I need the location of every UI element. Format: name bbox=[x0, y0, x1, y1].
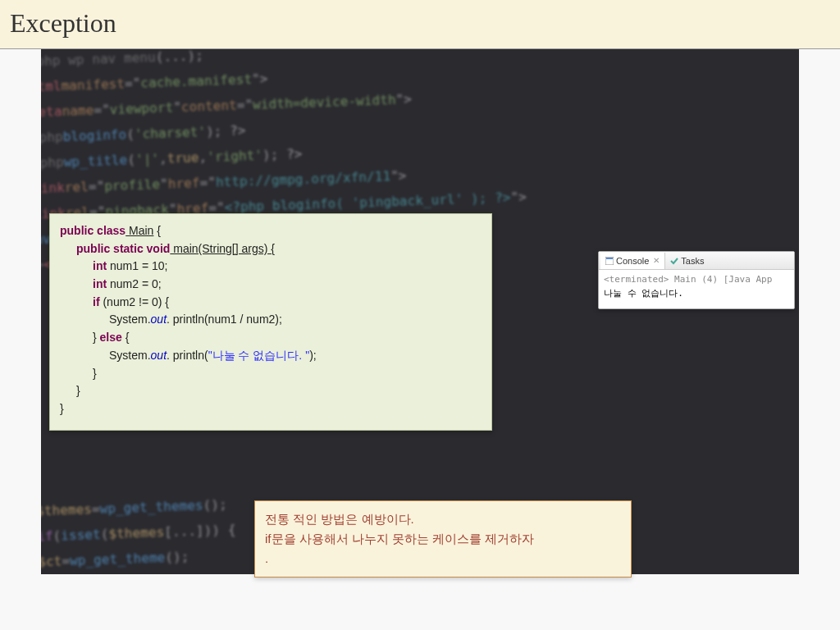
code-kw: int bbox=[93, 259, 107, 272]
tab-tasks[interactable]: Tasks bbox=[665, 253, 709, 269]
note-line: . bbox=[265, 549, 621, 568]
code-kw: int bbox=[93, 277, 107, 290]
code-text: num2 = 0; bbox=[107, 277, 162, 290]
console-icon bbox=[605, 257, 614, 265]
code-text: { bbox=[153, 224, 161, 237]
code-text: System. bbox=[109, 313, 151, 326]
java-code-box: public class Main { public static void m… bbox=[49, 213, 492, 431]
code-text: } bbox=[60, 365, 482, 383]
code-field: out bbox=[151, 349, 167, 362]
eclipse-console: Console ✕ Tasks <terminated> Main (4) [J… bbox=[598, 251, 795, 309]
console-output: 나눌 수 없습니다. bbox=[604, 285, 789, 299]
code-text: num1 = 10; bbox=[107, 259, 167, 272]
code-text: { bbox=[122, 331, 130, 344]
page-title: Exception bbox=[10, 8, 830, 39]
close-icon[interactable]: ✕ bbox=[653, 256, 660, 265]
code-text: } bbox=[60, 382, 482, 400]
console-tabbar: Console ✕ Tasks bbox=[599, 252, 794, 270]
code-kw: else bbox=[100, 331, 122, 344]
code-text: System. bbox=[109, 349, 151, 362]
code-text: } bbox=[60, 400, 482, 418]
code-string: "나눌 수 없습니다. " bbox=[208, 349, 310, 362]
code-text: (num2 != 0) { bbox=[100, 295, 169, 308]
code-sig: main(String[] args) { bbox=[170, 242, 275, 255]
code-text: . println(num1 / num2); bbox=[167, 313, 282, 326]
svg-rect-1 bbox=[606, 258, 613, 259]
code-kw: public class bbox=[60, 224, 126, 237]
tab-label: Tasks bbox=[681, 256, 704, 266]
code-kw: if bbox=[93, 295, 100, 308]
code-text: ); bbox=[309, 349, 317, 362]
code-kw: public static void bbox=[76, 242, 170, 255]
note-line: if문을 사용해서 나누지 못하는 케이스를 제거하자 bbox=[265, 529, 621, 549]
header: Exception bbox=[0, 0, 840, 49]
code-field: out bbox=[151, 313, 167, 326]
tab-console[interactable]: Console ✕ bbox=[600, 253, 665, 269]
console-body: <terminated> Main (4) [Java App 나눌 수 없습니… bbox=[599, 270, 794, 308]
code-classname: Main bbox=[126, 224, 153, 237]
tasks-icon bbox=[670, 257, 678, 265]
console-status: <terminated> Main (4) [Java App bbox=[604, 273, 789, 285]
code-text: . println( bbox=[167, 349, 208, 362]
code-text: } bbox=[93, 331, 100, 344]
note-line: 전통 적인 방법은 예방이다. bbox=[265, 509, 621, 529]
tab-label: Console bbox=[616, 256, 649, 266]
note-box: 전통 적인 방법은 예방이다. if문을 사용해서 나누지 못하는 케이스를 제… bbox=[254, 500, 632, 578]
